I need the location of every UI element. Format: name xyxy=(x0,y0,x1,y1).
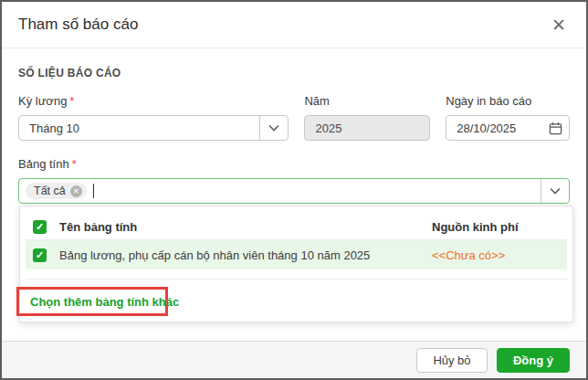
salary-period-value: Tháng 10 xyxy=(19,121,259,135)
report-parameters-dialog: Tham số báo cáo ✕ SỐ LIỆU BÁO CÁO Kỳ lươ… xyxy=(0,0,588,380)
dialog-title: Tham số báo cáo xyxy=(18,16,138,34)
dialog-body: SỐ LIỆU BÁO CÁO Kỳ lương* Tháng 10 Năm 2… xyxy=(2,48,586,341)
row-funding-source: <<Chưa có>> xyxy=(432,248,567,262)
red-annotation-box: Chọn thêm bảng tính khác xyxy=(16,287,168,316)
row-sheet-name: Bảng lương, phụ cấp cán bộ nhân viên thá… xyxy=(59,248,419,262)
tag-remove-icon[interactable]: ✕ xyxy=(70,185,82,197)
required-asterisk: * xyxy=(69,94,74,108)
sheet-dropdown-panel: ✓ Tên bảng tính Nguồn kinh phí ✓ Bảng lư… xyxy=(19,206,573,322)
sheet-field: Bảng tính* Tất cả ✕ ✓ Tên bảng tính Nguồ… xyxy=(18,157,570,322)
dropdown-table-header: ✓ Tên bảng tính Nguồn kinh phí xyxy=(26,214,567,240)
year-value: 2025 xyxy=(305,121,429,135)
print-date-input[interactable]: 28/10/2025 xyxy=(446,115,570,141)
selected-tag-label: Tất cả xyxy=(34,185,66,197)
salary-period-dropdown-toggle[interactable] xyxy=(259,116,288,140)
confirm-button[interactable]: Đồng ý xyxy=(497,348,570,373)
sheet-multiselect-input[interactable]: Tất cả ✕ xyxy=(18,178,570,204)
select-all-checkbox[interactable]: ✓ xyxy=(33,220,47,234)
panel-divider xyxy=(26,279,567,280)
salary-period-label-text: Kỳ lương xyxy=(18,94,67,108)
print-date-field: Ngày in báo cáo 28/10/2025 xyxy=(446,94,570,141)
year-label: Năm xyxy=(304,94,430,108)
salary-period-select[interactable]: Tháng 10 xyxy=(18,115,289,141)
cancel-button[interactable]: Hủy bỏ xyxy=(416,348,488,373)
salary-period-field: Kỳ lương* Tháng 10 xyxy=(18,94,289,141)
column-header-funding-source: Nguồn kinh phí xyxy=(432,220,567,234)
print-date-label: Ngày in báo cáo xyxy=(446,94,570,108)
selected-tag: Tất cả ✕ xyxy=(26,183,87,199)
dialog-footer: Hủy bỏ Đồng ý xyxy=(2,341,586,378)
parameters-row: Kỳ lương* Tháng 10 Năm 2025 Ngày in báo … xyxy=(18,94,570,141)
print-date-value: 28/10/2025 xyxy=(446,121,541,135)
chevron-down-icon xyxy=(268,124,279,132)
chevron-down-icon xyxy=(550,187,561,195)
salary-period-label: Kỳ lương* xyxy=(18,94,289,108)
sheet-label-text: Bảng tính xyxy=(18,157,69,171)
row-checkbox[interactable]: ✓ xyxy=(33,248,47,262)
date-picker-button[interactable] xyxy=(541,121,569,135)
close-icon[interactable]: ✕ xyxy=(548,15,570,36)
year-field: Năm 2025 xyxy=(304,94,430,141)
sheet-dropdown-toggle[interactable] xyxy=(541,179,569,203)
text-cursor xyxy=(93,184,94,198)
calendar-icon xyxy=(549,121,562,135)
year-input: 2025 xyxy=(304,115,430,141)
table-row[interactable]: ✓ Bảng lương, phụ cấp cán bộ nhân viên t… xyxy=(26,240,567,269)
sheet-label: Bảng tính* xyxy=(18,157,570,171)
dialog-header: Tham số báo cáo ✕ xyxy=(2,2,586,48)
required-asterisk: * xyxy=(72,157,77,171)
column-header-sheet-name: Tên bảng tính xyxy=(59,220,419,234)
add-more-sheets-link[interactable]: Chọn thêm bảng tính khác xyxy=(30,295,179,309)
section-heading: SỐ LIỆU BÁO CÁO xyxy=(18,67,570,79)
